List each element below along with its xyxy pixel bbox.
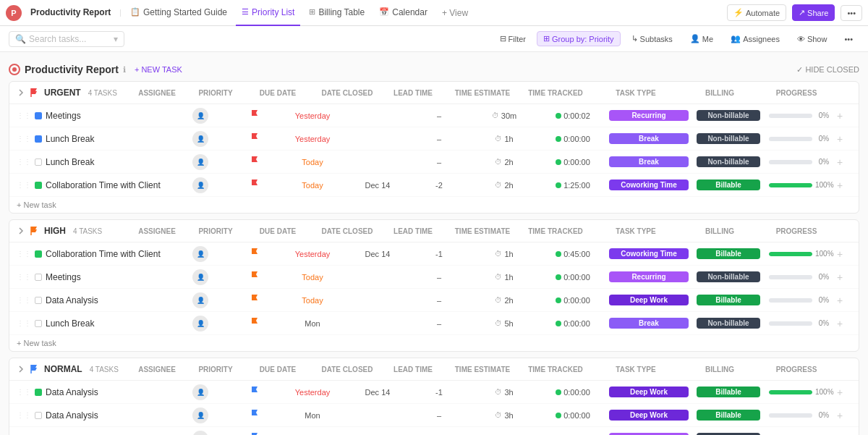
task-priority-cell[interactable] <box>229 409 280 421</box>
row-plus-cell[interactable]: + <box>837 248 851 260</box>
section-header-urgent[interactable]: URGENT 4 TASKS ASSIGNEE PRIORITY DUE DAT… <box>9 82 859 104</box>
task-status-dot[interactable] <box>35 389 42 396</box>
new-task-row[interactable]: + New task <box>9 197 859 213</box>
assignees-btn[interactable]: 👥 Assignees <box>724 31 786 46</box>
task-billing-cell[interactable]: Billable <box>692 387 765 397</box>
task-status-dot[interactable] <box>35 182 42 189</box>
table-row[interactable]: ⋮⋮ Data Analysis 👤 Today – ⏱ 2h <box>9 289 859 312</box>
table-row[interactable]: ⋮⋮ Meetings 👤 Mon – ⏱ 1h <box>9 427 859 435</box>
task-status-dot[interactable] <box>35 412 42 419</box>
task-type-cell[interactable]: Coworking Time <box>605 248 692 259</box>
task-status-dot[interactable] <box>35 159 42 166</box>
table-row[interactable]: ⋮⋮ Collaboration Time with Client 👤 Yest… <box>9 242 859 266</box>
row-plus-cell[interactable]: + <box>837 318 851 329</box>
avatar[interactable]: 👤 <box>192 431 208 436</box>
row-plus-cell[interactable]: + <box>837 410 851 421</box>
task-priority-cell[interactable] <box>229 109 280 122</box>
row-plus-cell[interactable]: + <box>837 156 851 168</box>
tab-getting-started[interactable]: 📋 Getting Started Guide <box>124 0 233 26</box>
task-status-dot[interactable] <box>35 135 42 143</box>
task-billing-cell[interactable]: Non-billable <box>692 156 765 167</box>
task-type-cell[interactable]: Coworking Time <box>605 180 692 190</box>
show-btn[interactable]: 👁 Show <box>791 32 834 46</box>
share-btn[interactable]: ↗ Share <box>792 4 835 21</box>
table-row[interactable]: ⋮⋮ Lunch Break 👤 Yesterday – ⏱ 1h <box>9 127 859 151</box>
hide-closed-btn[interactable]: ✓ HIDE CLOSED <box>796 65 859 75</box>
avatar[interactable]: 👤 <box>192 407 208 423</box>
add-row-icon[interactable]: + <box>837 248 843 260</box>
row-plus-cell[interactable]: + <box>837 295 851 306</box>
overflow-btn[interactable]: ••• <box>838 32 859 46</box>
task-priority-cell[interactable] <box>229 248 280 260</box>
add-row-icon[interactable]: + <box>837 387 843 398</box>
new-task-row[interactable]: + New task <box>9 335 859 351</box>
task-type-cell[interactable]: Deep Work <box>605 387 692 397</box>
row-plus-cell[interactable]: + <box>837 110 851 122</box>
task-billing-cell[interactable]: Billable <box>692 410 765 421</box>
table-row[interactable]: ⋮⋮ Collaboration Time with Client 👤 Toda… <box>9 174 859 197</box>
task-billing-cell[interactable]: Billable <box>692 180 765 190</box>
table-row[interactable]: ⋮⋮ Data Analysis 👤 Yesterday Dec 14 -1 ⏱ <box>9 381 859 404</box>
more-options-btn[interactable]: ••• <box>841 5 862 21</box>
avatar[interactable]: 👤 <box>192 316 208 331</box>
task-type-cell[interactable]: Deep Work <box>605 410 692 421</box>
task-type-cell[interactable]: Break <box>605 133 692 144</box>
tab-priority-list[interactable]: ☰ Priority List <box>236 0 300 26</box>
filter-btn[interactable]: ⊟ Filter <box>493 31 532 46</box>
task-priority-cell[interactable] <box>229 386 280 398</box>
task-billing-cell[interactable]: Non-billable <box>692 271 765 282</box>
add-row-icon[interactable]: + <box>837 180 843 191</box>
task-billing-cell[interactable]: Billable <box>692 295 765 305</box>
table-row[interactable]: ⋮⋮ Meetings 👤 Today – ⏱ 1h <box>9 266 859 289</box>
task-priority-cell[interactable] <box>229 156 280 168</box>
task-status-dot[interactable] <box>35 112 42 119</box>
row-plus-cell[interactable]: + <box>837 180 851 191</box>
task-type-cell[interactable]: Recurring <box>605 110 692 121</box>
add-row-icon[interactable]: + <box>837 271 843 283</box>
task-billing-cell[interactable]: Billable <box>692 248 765 259</box>
row-plus-cell[interactable]: + <box>837 271 851 283</box>
task-billing-cell[interactable]: Non-billable <box>692 133 765 144</box>
task-priority-cell[interactable] <box>229 179 280 191</box>
task-priority-cell[interactable] <box>229 132 280 145</box>
task-status-dot[interactable] <box>35 250 42 258</box>
subtasks-btn[interactable]: ↳ Subtasks <box>625 31 679 46</box>
task-priority-cell[interactable] <box>229 317 280 329</box>
avatar[interactable]: 👤 <box>192 177 208 193</box>
tab-billing-table[interactable]: ⊞ Billing Table <box>303 0 370 26</box>
task-billing-cell[interactable]: Non-billable <box>692 318 765 329</box>
task-status-dot[interactable] <box>35 274 42 281</box>
add-row-icon[interactable]: + <box>837 433 843 436</box>
me-btn[interactable]: 👤 Me <box>684 31 720 46</box>
task-priority-cell[interactable] <box>229 294 280 306</box>
task-status-dot[interactable] <box>35 320 42 327</box>
task-type-cell[interactable]: Break <box>605 318 692 329</box>
avatar[interactable]: 👤 <box>192 154 208 170</box>
task-status-dot[interactable] <box>35 297 42 304</box>
row-plus-cell[interactable]: + <box>837 387 851 398</box>
task-type-cell[interactable]: Recurring <box>605 271 692 282</box>
add-row-icon[interactable]: + <box>837 110 843 122</box>
add-view-btn[interactable]: + View <box>436 8 474 18</box>
table-row[interactable]: ⋮⋮ Meetings 👤 Yesterday – ⏱ 30m <box>9 104 859 127</box>
add-row-icon[interactable]: + <box>837 156 843 168</box>
avatar[interactable]: 👤 <box>192 292 208 308</box>
task-type-cell[interactable]: Deep Work <box>605 295 692 305</box>
avatar[interactable]: 👤 <box>192 384 208 400</box>
add-row-icon[interactable]: + <box>837 410 843 421</box>
avatar[interactable]: 👤 <box>192 131 208 147</box>
group-by-btn[interactable]: ⊞ Group by: Priority <box>537 31 621 46</box>
project-title-nav[interactable]: Productivity Report <box>25 0 116 26</box>
avatar[interactable]: 👤 <box>192 246 208 262</box>
info-icon[interactable]: ℹ <box>123 65 126 75</box>
table-row[interactable]: ⋮⋮ Lunch Break 👤 Mon – ⏱ 5h <box>9 312 859 335</box>
row-plus-cell[interactable]: + <box>837 133 851 145</box>
avatar[interactable]: 👤 <box>192 269 208 285</box>
task-type-cell[interactable]: Break <box>605 156 692 167</box>
table-row[interactable]: ⋮⋮ Data Analysis 👤 Mon – ⏱ 3h <box>9 404 859 427</box>
section-header-normal[interactable]: NORMAL 4 TASKS ASSIGNEE PRIORITY DUE DAT… <box>9 358 859 381</box>
add-row-icon[interactable]: + <box>837 318 843 329</box>
section-header-high[interactable]: HIGH 4 TASKS ASSIGNEE PRIORITY DUE DATE … <box>9 220 859 242</box>
task-priority-cell[interactable] <box>229 271 280 283</box>
search-input[interactable]: 🔍 Search tasks... ▾ <box>9 31 124 47</box>
